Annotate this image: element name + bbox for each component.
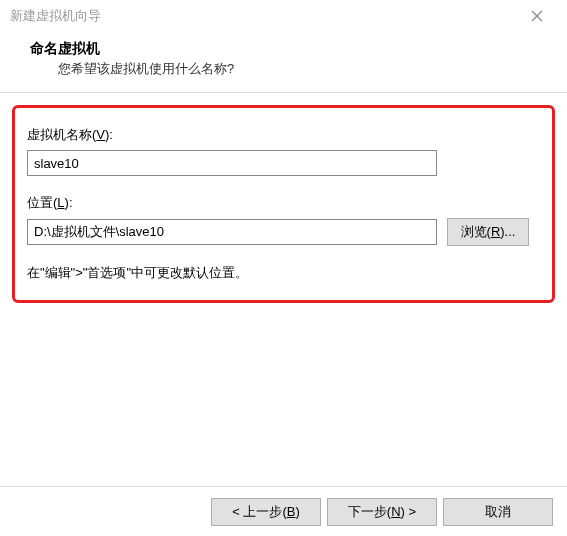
highlight-box: 虚拟机名称(V): 位置(L): 浏览(R)... 在"编辑">"首选项"中可更…	[12, 105, 555, 303]
location-input[interactable]	[27, 219, 437, 245]
page-title: 命名虚拟机	[30, 40, 537, 58]
window-title: 新建虚拟机向导	[10, 7, 517, 25]
hint-text: 在"编辑">"首选项"中可更改默认位置。	[27, 264, 540, 282]
back-button[interactable]: < 上一步(B)	[211, 498, 321, 526]
vm-name-field: 虚拟机名称(V):	[27, 126, 540, 176]
page-subtitle: 您希望该虚拟机使用什么名称?	[30, 60, 537, 78]
vm-name-input[interactable]	[27, 150, 437, 176]
location-label: 位置(L):	[27, 194, 540, 212]
location-field: 位置(L): 浏览(R)...	[27, 194, 540, 246]
vm-name-label: 虚拟机名称(V):	[27, 126, 540, 144]
titlebar: 新建虚拟机向导	[0, 0, 567, 32]
footer-buttons: < 上一步(B) 下一步(N) > 取消	[0, 486, 567, 536]
content-area: 虚拟机名称(V): 位置(L): 浏览(R)... 在"编辑">"首选项"中可更…	[0, 93, 567, 315]
browse-button[interactable]: 浏览(R)...	[447, 218, 529, 246]
cancel-button[interactable]: 取消	[443, 498, 553, 526]
next-button[interactable]: 下一步(N) >	[327, 498, 437, 526]
close-icon[interactable]	[517, 0, 557, 32]
wizard-header: 命名虚拟机 您希望该虚拟机使用什么名称?	[0, 32, 567, 93]
